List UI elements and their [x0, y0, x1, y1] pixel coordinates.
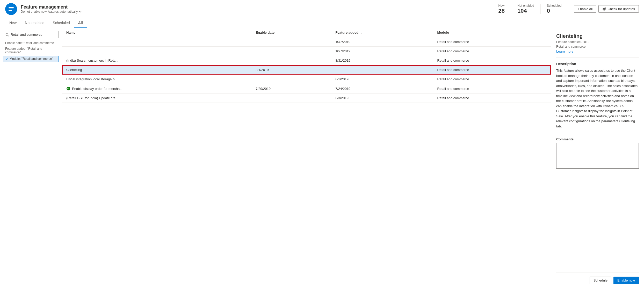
detail-panel: Clienteling Feature added 8/1/2019 Retai… — [551, 28, 644, 289]
table-row[interactable]: 10/7/2019Retail and commerce — [62, 37, 551, 47]
main-layout: Enable date: "Retail and commerce" Featu… — [0, 28, 644, 289]
table-row[interactable]: Enable display order for mercha...7/29/2… — [62, 84, 551, 93]
header-title-block: Feature management Do not enable new fea… — [21, 4, 492, 13]
col-feature-added[interactable]: Feature added ↓ — [331, 28, 433, 37]
cell-module: Retail and commerce — [433, 56, 551, 65]
stat-not-enabled: Not enabled 104 — [511, 4, 540, 14]
cell-feature-added: 7/24/2019 — [331, 84, 433, 93]
svg-line-4 — [8, 35, 9, 36]
description-title: Description — [556, 62, 639, 66]
table-row[interactable]: (India) Search customers in Reta...8/31/… — [62, 56, 551, 65]
check-for-updates-button[interactable]: Check for updates — [598, 5, 639, 13]
chevron-down-icon — [79, 10, 82, 13]
search-icon — [5, 33, 9, 37]
table-row[interactable]: 10/7/2019Retail and commerce — [62, 47, 551, 56]
cell-name: Fiscal integration local storage b... — [62, 75, 251, 84]
cell-feature-added: 10/7/2019 — [331, 47, 433, 56]
filter-suggestion-enable-date[interactable]: Enable date: "Retail and commerce" — [3, 40, 59, 46]
table-row[interactable]: Clienteling8/1/2019Retail and commerce — [62, 65, 551, 75]
tab-not-enabled[interactable]: Not enabled — [21, 18, 49, 28]
cell-feature-added: 8/1/2019 — [331, 75, 433, 84]
detail-footer: Schedule Enable now — [556, 272, 639, 284]
search-box[interactable] — [3, 31, 59, 38]
app-logo — [5, 3, 17, 15]
tab-new[interactable]: New — [5, 18, 21, 28]
enable-now-button[interactable]: Enable now — [613, 277, 639, 284]
cell-feature-added: 10/7/2019 — [331, 37, 433, 47]
cell-enable-date — [251, 75, 331, 84]
svg-rect-0 — [9, 7, 14, 8]
cell-feature-added — [331, 65, 433, 75]
cell-enable-date — [251, 93, 331, 103]
header-actions: Enable all Check for updates — [574, 5, 639, 13]
cell-module: Retail and commerce — [433, 37, 551, 47]
learn-more-link[interactable]: Learn more — [556, 49, 639, 53]
table-header-row: Name Enable date Feature added ↓ Module — [62, 28, 551, 37]
search-input[interactable] — [11, 33, 56, 37]
filter-selected-module[interactable]: Module: "Retail and commerce" — [3, 56, 59, 62]
detail-divider-2 — [556, 133, 639, 133]
cell-name — [62, 37, 251, 47]
tab-all[interactable]: All — [74, 18, 87, 28]
cell-name — [62, 47, 251, 56]
cell-enable-date — [251, 37, 331, 47]
cell-feature-added: 6/3/2019 — [331, 93, 433, 103]
cell-name: Clienteling — [62, 65, 251, 75]
enable-all-button[interactable]: Enable all — [574, 5, 596, 13]
logo-icon — [8, 6, 15, 12]
header: Feature management Do not enable new fea… — [0, 0, 644, 18]
col-module[interactable]: Module — [433, 28, 551, 37]
detail-description: This feature allows sales associates to … — [556, 68, 639, 129]
detail-title: Clienteling — [556, 33, 639, 39]
cell-name: (India) Search customers in Reta... — [62, 56, 251, 65]
enabled-check-icon — [66, 87, 70, 91]
tab-bar: New Not enabled Scheduled All — [0, 18, 644, 28]
cell-module: Retail and commerce — [433, 65, 551, 75]
auto-enable-setting[interactable]: Do not enable new features automatically — [21, 10, 492, 13]
feature-table: Name Enable date Feature added ↓ Module … — [62, 28, 551, 103]
checkmark-icon — [5, 57, 9, 60]
cell-module: Retail and commerce — [433, 75, 551, 84]
svg-rect-2 — [9, 10, 12, 11]
schedule-button[interactable]: Schedule — [590, 277, 611, 284]
cell-module: Retail and commerce — [433, 47, 551, 56]
cell-module: Retail and commerce — [433, 93, 551, 103]
detail-module: Retail and commerce — [556, 45, 639, 48]
comments-label: Comments — [556, 137, 639, 141]
comments-input[interactable] — [556, 143, 639, 169]
stat-new: New 28 — [492, 4, 511, 14]
cell-enable-date: 8/1/2019 — [251, 65, 331, 75]
app-title: Feature management — [21, 4, 492, 10]
cell-module: Retail and commerce — [433, 84, 551, 93]
sort-icon: ↓ — [360, 31, 362, 34]
col-name[interactable]: Name — [62, 28, 251, 37]
table-row[interactable]: (Retail GST for India) Update cre...6/3/… — [62, 93, 551, 103]
cell-feature-added: 8/31/2019 — [331, 56, 433, 65]
cell-enable-date: 7/29/2019 — [251, 84, 331, 93]
tab-scheduled[interactable]: Scheduled — [49, 18, 74, 28]
detail-divider-1 — [556, 57, 639, 58]
refresh-icon — [602, 7, 606, 11]
cell-name: (Retail GST for India) Update cre... — [62, 93, 251, 103]
svg-point-5 — [67, 87, 70, 90]
detail-feature-added: Feature added 8/1/2019 — [556, 40, 639, 44]
filter-panel: Enable date: "Retail and commerce" Featu… — [0, 28, 62, 289]
filter-suggestion-feature-added[interactable]: Feature added: "Retail and commerce" — [3, 46, 59, 55]
table-row[interactable]: Fiscal integration local storage b...8/1… — [62, 75, 551, 84]
stats-section: New 28 Not enabled 104 Scheduled 0 — [492, 4, 568, 14]
cell-enable-date — [251, 47, 331, 56]
svg-rect-1 — [9, 9, 14, 9]
feature-table-area: Name Enable date Feature added ↓ Module … — [62, 28, 551, 289]
cell-enable-date — [251, 56, 331, 65]
cell-name: Enable display order for mercha... — [62, 84, 251, 93]
stat-scheduled: Scheduled 0 — [540, 4, 568, 14]
col-enable-date[interactable]: Enable date — [251, 28, 331, 37]
